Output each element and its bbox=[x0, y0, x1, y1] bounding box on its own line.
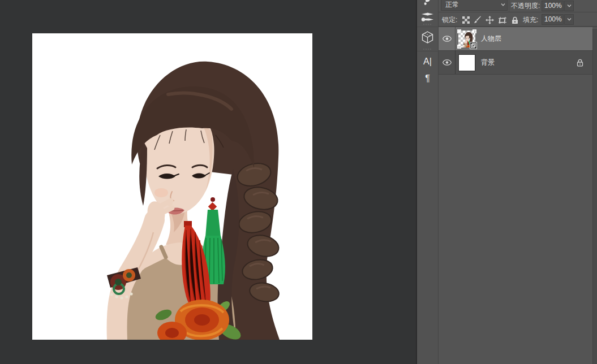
layer-thumbnail[interactable] bbox=[458, 31, 475, 47]
blend-mode-value: 正常 bbox=[441, 0, 499, 10]
selection-bracket bbox=[457, 45, 461, 49]
document-canvas[interactable] bbox=[32, 33, 312, 340]
lock-image-pixels-icon[interactable] bbox=[473, 15, 483, 25]
fill-label: 填充: bbox=[523, 12, 538, 27]
3d-panel-icon[interactable] bbox=[417, 29, 438, 45]
chevron-down-icon bbox=[499, 3, 507, 6]
layer-locked-badge[interactable] bbox=[577, 51, 583, 74]
layer-visibility-toggle[interactable] bbox=[439, 51, 456, 74]
canvas-pasteboard[interactable] bbox=[0, 0, 416, 364]
divider bbox=[509, 0, 509, 12]
selection-bracket bbox=[457, 29, 461, 33]
fill-dropdown-button[interactable] bbox=[564, 14, 574, 25]
lock-transparent-pixels-icon[interactable] bbox=[461, 15, 471, 25]
smart-object-badge bbox=[470, 42, 477, 49]
opacity-field[interactable]: 100% bbox=[542, 1, 564, 11]
layer-name[interactable]: 背景 bbox=[481, 51, 495, 74]
layer-visibility-toggle[interactable] bbox=[439, 27, 456, 50]
opacity-dropdown-button[interactable] bbox=[564, 1, 574, 11]
lock-artboard-icon[interactable] bbox=[497, 15, 507, 25]
paragraph-panel-icon[interactable]: ¶ bbox=[417, 71, 438, 86]
layer-name[interactable]: 人物层 bbox=[481, 27, 501, 50]
blend-options-row: 正常 不透明度: 100% bbox=[439, 0, 597, 12]
portrait-image bbox=[32, 33, 312, 340]
eye-icon bbox=[443, 59, 452, 66]
blend-mode-select[interactable]: 正常 bbox=[441, 0, 508, 11]
lock-position-icon[interactable] bbox=[485, 15, 495, 25]
lock-all-icon[interactable] bbox=[510, 15, 519, 25]
paragraph-panel-glyph: ¶ bbox=[425, 74, 430, 83]
layer-row-background[interactable]: 背景 bbox=[439, 51, 592, 75]
dock-separator bbox=[417, 27, 438, 27]
dock-separator bbox=[417, 51, 438, 51]
eye-icon bbox=[443, 36, 452, 42]
character-panel-glyph: A| bbox=[423, 57, 432, 66]
dock-group-grip[interactable] bbox=[423, 49, 432, 50]
panel-scroll-gutter[interactable] bbox=[592, 29, 597, 364]
layers-panel: 正常 不透明度: 100% 锁定: 填充: 100% bbox=[439, 0, 597, 364]
panel-dock-strip: A| ¶ bbox=[416, 0, 439, 364]
lock-options-row: 锁定: 填充: 100% bbox=[439, 12, 597, 27]
lock-label: 锁定: bbox=[442, 12, 457, 27]
fill-field[interactable]: 100% bbox=[542, 14, 564, 25]
layer-thumbnail[interactable] bbox=[458, 54, 475, 71]
dock-group-grip[interactable] bbox=[423, 24, 432, 25]
layers-list: 人物层 背景 bbox=[439, 27, 592, 75]
layer-row-person[interactable]: 人物层 bbox=[439, 27, 592, 51]
character-panel-icon[interactable]: A| bbox=[417, 54, 438, 69]
brush-presets-icon[interactable] bbox=[417, 9, 438, 25]
brush-tool-icon[interactable] bbox=[417, 0, 438, 6]
selection-bracket bbox=[473, 29, 476, 33]
opacity-label: 不透明度: bbox=[511, 0, 540, 12]
